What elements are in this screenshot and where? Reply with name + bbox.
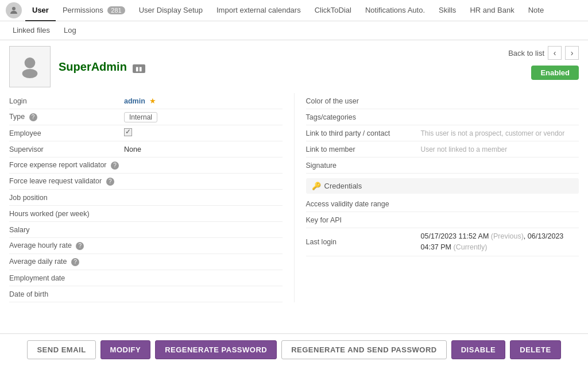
label-api-key: Key for API <box>306 216 421 224</box>
tab-permissions[interactable]: Permissions 281 <box>56 0 132 21</box>
bottom-toolbar: SEND EMAIL MODIFY REGENERATE PASSWORD RE… <box>0 333 588 365</box>
form-row-signature: Signature <box>306 157 579 174</box>
right-form-col: Color of the user Tags/categories Link t… <box>294 93 579 302</box>
label-member: Link to member <box>306 145 421 153</box>
tab-user[interactable]: User <box>25 0 56 21</box>
credentials-title: Credentials <box>324 182 362 190</box>
label-tags: Tags/categories <box>306 113 421 121</box>
force-leave-help-icon[interactable]: ? <box>106 178 114 186</box>
regenerate-password-button[interactable]: REGENERATE PASSWORD <box>155 340 277 359</box>
form-row-avg-hourly: Average hourly rate ? <box>9 238 283 254</box>
avg-hourly-help-icon[interactable]: ? <box>76 242 84 250</box>
send-email-button[interactable]: SEND EMAIL <box>27 340 95 359</box>
form-row-salary: Salary <box>9 222 283 238</box>
key-icon: 🔑 <box>312 182 321 190</box>
delete-button[interactable]: DELETE <box>510 340 560 359</box>
label-employee: Employee <box>9 129 124 137</box>
form-row-avg-daily: Average daily rate ? <box>9 254 283 270</box>
tab-clicktodial[interactable]: ClickToDial <box>308 0 358 21</box>
username-id-icon: ▮▮ <box>133 64 145 73</box>
sub-tabs-bar: Linked files Log <box>0 21 588 40</box>
svg-point-0 <box>12 7 16 10</box>
form-row-tags: Tags/categories <box>306 109 579 125</box>
label-supervisor: Supervisor <box>9 145 124 153</box>
sub-tab-log[interactable]: Log <box>57 21 83 40</box>
main-tabs-bar: User Permissions 281 User Display Setup … <box>0 0 588 21</box>
back-to-list-link[interactable]: Back to list <box>508 49 544 57</box>
value-last-login: 05/17/2023 11:52 AM (Previous), 06/13/20… <box>421 231 579 253</box>
value-third-party: This user is not a prospect, customer or… <box>421 129 565 137</box>
tab-user-display-setup[interactable]: User Display Setup <box>132 0 210 21</box>
label-color: Color of the user <box>306 97 421 105</box>
previous-label: (Previous) <box>491 232 524 240</box>
force-expense-help-icon[interactable]: ? <box>111 162 119 170</box>
form-row-supervisor: Supervisor None <box>9 141 283 157</box>
form-row-force-expense: Force expense report validator ? <box>9 157 283 174</box>
form-row-member: Link to member User not linked to a memb… <box>306 141 579 157</box>
form-row-job: Job position <box>9 190 283 206</box>
value-type: Internal <box>124 113 157 121</box>
label-salary: Salary <box>9 226 124 234</box>
label-job: Job position <box>9 194 124 202</box>
value-login: admin ★ <box>124 97 156 105</box>
form-row-access-validity: Access validity date range <box>306 196 579 212</box>
label-employment-date: Employment date <box>9 274 124 282</box>
internal-badge: Internal <box>124 112 157 122</box>
value-employee <box>124 128 132 138</box>
form-row-hours: Hours worked (per week) <box>9 206 283 222</box>
label-signature: Signature <box>306 162 421 170</box>
employee-checkbox[interactable] <box>124 128 132 136</box>
avatar-box <box>9 46 51 87</box>
permissions-badge: 281 <box>107 6 125 14</box>
label-avg-daily: Average daily rate ? <box>9 258 124 266</box>
form-row-third-party: Link to third party / contact This user … <box>306 125 579 141</box>
avg-daily-help-icon[interactable]: ? <box>71 258 79 266</box>
tab-hr-bank[interactable]: HR and Bank <box>463 0 521 21</box>
left-form-col: Login admin ★ Type ? Internal Employee <box>9 93 294 302</box>
type-help-icon[interactable]: ? <box>29 113 37 121</box>
tab-note[interactable]: Note <box>521 0 551 21</box>
credentials-section-header: 🔑 Credentials <box>306 178 579 194</box>
form-row-force-leave: Force leave request validator ? <box>9 174 283 190</box>
next-arrow[interactable]: › <box>565 46 579 60</box>
label-access-validity: Access validity date range <box>306 200 421 208</box>
tab-skills[interactable]: Skills <box>432 0 463 21</box>
form-row-type: Type ? Internal <box>9 109 283 125</box>
nav-controls: Back to list ‹ › <box>508 46 579 60</box>
label-force-leave: Force leave request validator ? <box>9 177 124 186</box>
user-avatar-icon <box>6 2 22 18</box>
username-section: SuperAdmin ▮▮ <box>59 60 145 74</box>
label-type: Type ? <box>9 113 124 121</box>
form-row-employee: Employee <box>9 125 283 141</box>
star-icon: ★ <box>149 97 156 105</box>
form-columns: Login admin ★ Type ? Internal Employee <box>9 93 579 302</box>
svg-point-1 <box>25 57 36 68</box>
tab-notifications[interactable]: Notifications Auto. <box>358 0 432 21</box>
form-row-color: Color of the user <box>306 93 579 109</box>
value-member: User not linked to a member <box>421 145 508 153</box>
form-row-login: Login admin ★ <box>9 93 283 109</box>
label-avg-hourly: Average hourly rate ? <box>9 241 124 250</box>
value-supervisor: None <box>124 145 141 153</box>
label-last-login: Last login <box>306 238 421 246</box>
prev-arrow[interactable]: ‹ <box>548 46 562 60</box>
form-row-api-key: Key for API <box>306 212 579 228</box>
modify-button[interactable]: MODIFY <box>100 340 151 359</box>
header-row: SuperAdmin ▮▮ Back to list ‹ › Enabled <box>9 46 579 87</box>
user-info-row: SuperAdmin ▮▮ <box>9 46 145 87</box>
label-hours: Hours worked (per week) <box>9 210 124 218</box>
label-login: Login <box>9 97 124 105</box>
sub-tab-linked-files[interactable]: Linked files <box>6 21 57 40</box>
main-content: SuperAdmin ▮▮ Back to list ‹ › Enabled L… <box>0 40 588 325</box>
label-dob: Date of birth <box>9 290 124 298</box>
disable-button[interactable]: DISABLE <box>451 340 506 359</box>
status-badge: Enabled <box>531 66 579 80</box>
currently-label: (Currently) <box>454 243 488 251</box>
form-row-employment-date: Employment date <box>9 270 283 286</box>
regenerate-send-button[interactable]: REGENERATE AND SEND PASSWORD <box>281 340 447 359</box>
label-third-party: Link to third party / contact <box>306 129 421 137</box>
username-text: SuperAdmin <box>59 60 127 73</box>
form-row-dob: Date of birth <box>9 286 283 302</box>
tab-import-external[interactable]: Import external calendars <box>210 0 308 21</box>
svg-point-2 <box>22 69 38 78</box>
